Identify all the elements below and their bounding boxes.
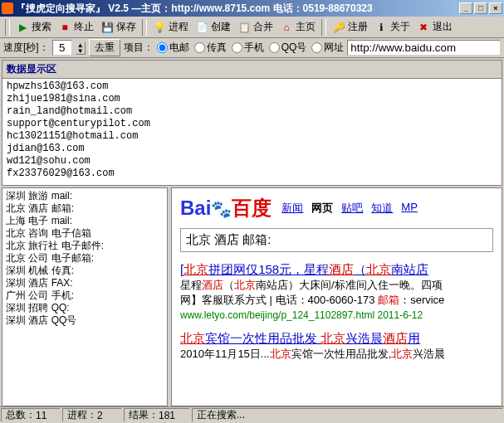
key-icon: 🔑 (332, 21, 345, 34)
options-bar: 速度[秒]： ▲▼ 去重 项目： 电邮 传真 手机 QQ号 网址 (0, 38, 504, 58)
status-total: 总数：11 (1, 408, 61, 422)
minimize-button[interactable]: _ (459, 2, 472, 14)
create-button[interactable]: 📄创建 (193, 18, 233, 36)
search-result: [北京拼团网仅158元，星程酒店（北京南站店星程酒店（北京南站店）大床间/标准间… (180, 262, 493, 323)
project-label: 项目： (124, 41, 154, 55)
register-button[interactable]: 🔑注册 (330, 18, 370, 36)
result-title[interactable]: [北京拼团网仅158元，星程酒店（北京南站店 (180, 262, 428, 276)
search-results: [北京拼团网仅158元，星程酒店（北京南站店星程酒店（北京南站店）大床间/标准间… (180, 262, 493, 362)
create-icon: 📄 (195, 21, 208, 34)
speed-input[interactable] (52, 40, 72, 56)
speed-spinner[interactable]: ▲▼ (76, 41, 86, 55)
data-body[interactable]: hpwzhs163@163.com zhijue1981@sina.com ra… (2, 79, 502, 185)
nav-zhidao[interactable]: 知道 (371, 201, 393, 216)
data-display-area: 数据显示区 hpwzhs163@163.com zhijue1981@sina.… (2, 60, 502, 186)
statusbar: 总数：11 进程：2 结果：181 正在搜索... (0, 406, 504, 423)
status-result: 结果：181 (124, 408, 190, 422)
dedup-button[interactable]: 去重 (89, 39, 120, 56)
home-button[interactable]: ⌂主页 (277, 18, 318, 36)
nav-mp[interactable]: MP (401, 201, 418, 216)
url-input[interactable] (347, 40, 501, 56)
data-header: 数据显示区 (2, 61, 502, 79)
merge-button[interactable]: 📋合并 (235, 18, 276, 36)
radio-email[interactable]: 电邮 (157, 41, 189, 55)
nav-web[interactable]: 网页 (311, 201, 333, 216)
speed-label: 速度[秒]： (3, 41, 49, 55)
status-message: 正在搜索... (192, 408, 503, 422)
baidu-search-input[interactable]: 北京 酒店 邮箱: (180, 228, 493, 252)
baidu-header: Bai🐾百度 新闻 网页 贴吧 知道 MP (180, 195, 493, 221)
browser-pane: Bai🐾百度 新闻 网页 贴吧 知道 MP 北京 酒店 邮箱: [北京拼团网仅1… (171, 187, 502, 406)
close-button[interactable]: × (489, 2, 502, 14)
result-title[interactable]: 北京宾馆一次性用品批发 北京兴浩晨酒店用 (180, 331, 420, 345)
home-icon: ⌂ (280, 21, 293, 34)
baidu-nav: 新闻 网页 贴吧 知道 MP (281, 201, 418, 216)
title-text: 『捜虎定向搜寻家』 V2.5 —主页：http://www.8715.com 电… (16, 2, 459, 16)
radio-qq[interactable]: QQ号 (269, 41, 307, 55)
info-icon: ℹ (374, 21, 388, 34)
save-button[interactable]: 💾保存 (98, 18, 139, 36)
keyword-list[interactable]: 深圳 旅游 mail: 北京 酒店 邮箱: 上海 电子 mail: 北京 咨询 … (2, 187, 168, 406)
nav-news[interactable]: 新闻 (281, 201, 303, 216)
radio-url[interactable]: 网址 (311, 41, 344, 55)
search-button[interactable]: ▶搜索 (13, 18, 54, 36)
result-snippet: 星程酒店（北京南站店）大床间/标准间入住一晚。四项网】客服联系方式 | 电话：4… (180, 279, 444, 306)
about-button[interactable]: ℹ关于 (372, 18, 413, 36)
maximize-button[interactable]: □ (474, 2, 487, 14)
process-button[interactable]: 💡进程 (150, 18, 191, 36)
stop-icon: ■ (58, 21, 71, 34)
baidu-logo: Bai🐾百度 (180, 195, 272, 221)
play-icon: ▶ (16, 21, 29, 34)
save-icon: 💾 (100, 21, 114, 34)
window-controls: _ □ × (459, 2, 502, 14)
nav-tieba[interactable]: 贴吧 (341, 201, 363, 216)
titlebar: 『捜虎定向搜寻家』 V2.5 —主页：http://www.8715.com 电… (0, 0, 504, 17)
exit-icon: ✖ (417, 21, 430, 34)
radio-mobile[interactable]: 手机 (232, 41, 264, 55)
exit-button[interactable]: ✖退出 (414, 18, 455, 36)
status-process: 进程：2 (62, 408, 122, 422)
result-url: www.letyo.com/beijing/p_124_1102897.html… (180, 309, 423, 321)
result-snippet: 2010年11月15日...北京宾馆一次性用品批发,北京兴浩晨 (180, 348, 445, 360)
toolbar: ▶搜索 ■终止 💾保存 💡进程 📄创建 📋合并 ⌂主页 🔑注册 ℹ关于 ✖退出 (0, 17, 504, 38)
search-result: 北京宾馆一次性用品批发 北京兴浩晨酒店用2010年11月15日...北京宾馆一次… (180, 331, 493, 362)
radio-fax[interactable]: 传真 (194, 41, 227, 55)
merge-icon: 📋 (237, 21, 251, 34)
stop-button[interactable]: ■终止 (56, 18, 96, 36)
bulb-icon: 💡 (153, 21, 166, 34)
app-icon (2, 2, 13, 14)
